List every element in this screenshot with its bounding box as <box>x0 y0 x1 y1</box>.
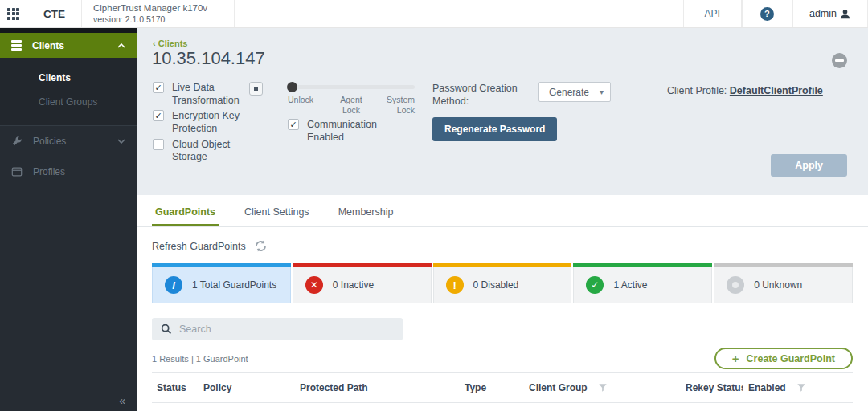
slider-label-agent-lock: Agent Lock <box>333 95 370 116</box>
results-row: 1 Results | 1 GuardPoint + Create GuardP… <box>152 348 853 369</box>
live-data-transformation-checkbox[interactable] <box>153 82 164 93</box>
refresh-guardpoints-label: Refresh GuardPoints <box>152 241 246 252</box>
sidebar-section-profiles[interactable]: Profiles <box>0 157 137 187</box>
encryption-key-protection-checkbox[interactable] <box>153 110 164 121</box>
user-icon <box>839 8 851 20</box>
refresh-guardpoints-row: Refresh GuardPoints <box>137 227 868 262</box>
sidebar-item-clients[interactable]: Clients <box>0 66 137 90</box>
filter-icon[interactable] <box>598 383 608 393</box>
warning-icon: ! <box>446 276 464 294</box>
password-method-select[interactable]: Generate <box>538 82 611 102</box>
sidebar-collapse-button[interactable] <box>0 389 137 411</box>
row-protected-path: /var/lib/barman/bdr1-a <box>295 403 460 411</box>
client-profile-link[interactable]: DefaultClientProfile <box>730 85 823 96</box>
breadcrumb-back-clients[interactable]: Clients <box>153 39 187 48</box>
guardpoint-summary-cards: i 1 Total GuardPoints ✕ 0 Inactive ! 0 D… <box>152 263 853 303</box>
filter-icon[interactable] <box>796 383 806 393</box>
summary-card-disabled[interactable]: ! 0 Disabled <box>433 263 572 303</box>
communication-enabled-label: Communication Enabled <box>307 119 395 144</box>
topbar-spacer <box>235 0 683 27</box>
col-enabled[interactable]: Enabled <box>743 373 828 403</box>
card-color-bar <box>714 263 853 267</box>
panel-collapse-button[interactable] <box>832 53 847 68</box>
search-input[interactable] <box>179 324 394 335</box>
info-icon: i <box>165 276 182 294</box>
apply-button[interactable]: Apply <box>771 154 847 177</box>
enabled-header-label: Enabled <box>748 382 786 393</box>
chevron-down-icon <box>117 139 125 144</box>
password-method-value: Generate <box>549 87 589 98</box>
client-tabs: GuardPoints Client Settings Membership <box>137 195 868 227</box>
col-rekey-status[interactable]: Rekey Status <box>681 373 743 403</box>
row-client-group: - <box>524 403 681 411</box>
help-button[interactable]: ? <box>742 0 792 27</box>
profiles-label: Profiles <box>33 166 125 177</box>
sidebar-clients-submenu: Clients Client Groups <box>0 58 137 126</box>
clients-section-label: Clients <box>32 40 107 51</box>
client-lock-slider: Unlock Agent Lock System Lock <box>288 82 415 116</box>
card-color-bar <box>573 263 712 267</box>
col-client-group[interactable]: Client Group <box>524 373 681 403</box>
communication-enabled-checkbox[interactable] <box>288 119 299 130</box>
search-row <box>152 318 853 340</box>
card-inactive-label: 0 Inactive <box>333 279 374 291</box>
sidebar-section-clients[interactable]: Clients <box>0 33 137 58</box>
client-detail-panel: Clients 10.35.104.147 Live Data Transfor… <box>137 28 868 195</box>
cloud-object-storage-checkbox[interactable] <box>153 139 164 150</box>
slider-label-unlock: Unlock <box>288 95 325 116</box>
lock-slider-track[interactable] <box>288 85 415 89</box>
card-active-label: 1 Active <box>613 279 647 291</box>
regenerate-password-button[interactable]: Regenerate Password <box>432 117 557 141</box>
api-link[interactable]: API <box>683 0 742 27</box>
client-ip-title: 10.35.104.147 <box>152 48 265 69</box>
row-rekey-status: Rekeying <box>681 403 743 411</box>
row-enabled: Yes <box>743 403 828 411</box>
communication-enabled-group: Communication Enabled <box>288 119 395 144</box>
cloud-object-storage-label: Cloud Object Storage <box>172 139 262 164</box>
tab-client-settings[interactable]: Client Settings <box>241 198 313 226</box>
sidebar-section-policies[interactable]: Policies <box>0 126 137 157</box>
summary-card-total[interactable]: i 1 Total GuardPoints <box>152 263 291 303</box>
profiles-card-icon <box>11 166 23 177</box>
card-unknown-label: 0 Unknown <box>754 279 802 291</box>
unknown-circle-icon <box>727 276 744 294</box>
col-status[interactable]: Status <box>152 373 199 403</box>
summary-card-active[interactable]: ✓ 1 Active <box>573 263 712 303</box>
row-actions-menu[interactable]: ••• <box>828 403 853 411</box>
guardpoints-table: Status Policy Protected Path Type Client… <box>152 372 853 411</box>
search-box[interactable] <box>152 318 403 340</box>
summary-card-inactive[interactable]: ✕ 0 Inactive <box>293 263 432 303</box>
create-guardpoint-label: Create GuardPoint <box>747 353 835 364</box>
app-name: CipherTrust Manager k170v <box>93 2 207 14</box>
username-label: admin <box>809 8 837 19</box>
create-guardpoint-button[interactable]: + Create GuardPoint <box>714 348 853 369</box>
user-menu[interactable]: admin <box>792 0 868 27</box>
sidebar-item-client-groups[interactable]: Client Groups <box>0 90 137 114</box>
app-title: CipherTrust Manager k170v version: 2.1.0… <box>82 0 235 27</box>
summary-card-unknown[interactable]: 0 Unknown <box>714 263 853 303</box>
tab-guardpoints[interactable]: GuardPoints <box>152 198 219 226</box>
card-total-label: 1 Total GuardPoints <box>192 279 276 291</box>
wrench-icon <box>11 136 23 147</box>
main-content: Clients 10.35.104.147 Live Data Transfor… <box>137 28 868 411</box>
lock-slider-handle[interactable] <box>287 82 297 92</box>
app-grid-button[interactable] <box>0 0 27 27</box>
slider-label-system-lock: System Lock <box>378 95 415 116</box>
clients-list-icon <box>11 40 22 51</box>
col-protected-path[interactable]: Protected Path <box>295 373 460 403</box>
row-type: directory_auto <box>460 403 524 411</box>
password-method-label: Password Creation Method: <box>432 82 527 108</box>
refresh-icon[interactable] <box>254 239 268 253</box>
search-icon <box>161 324 172 335</box>
client-profile-label: Client Profile: <box>667 85 727 96</box>
guardpoint-row[interactable]: ✓ Active barman-policy /var/lib/barman/b… <box>152 403 853 411</box>
card-color-bar <box>152 263 291 267</box>
card-color-bar <box>293 263 432 267</box>
col-type[interactable]: Type <box>460 373 524 403</box>
col-policy[interactable]: Policy <box>199 373 295 403</box>
card-disabled-label: 0 Disabled <box>473 279 519 291</box>
app-version: version: 2.1.0.5170 <box>93 14 165 25</box>
grid-icon <box>7 8 19 20</box>
tab-membership[interactable]: Membership <box>335 198 397 226</box>
lock-indicator-button[interactable] <box>249 82 263 96</box>
